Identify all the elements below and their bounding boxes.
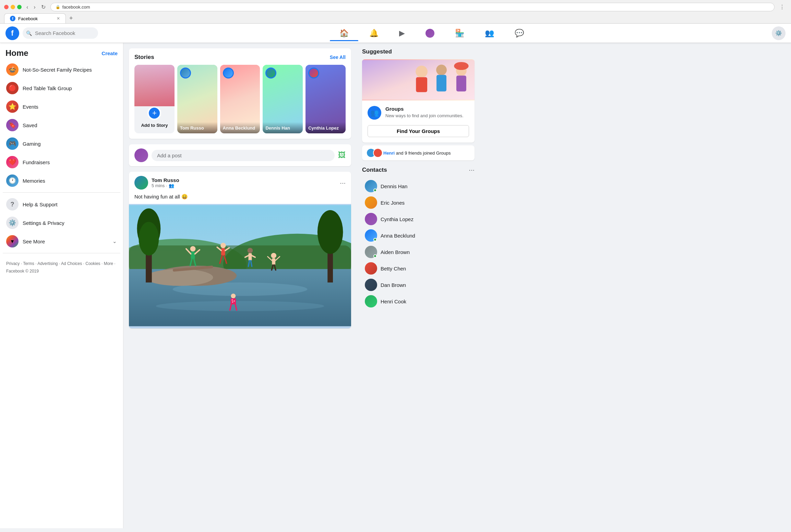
right-panel: Suggested [357, 43, 480, 528]
maximize-window-button[interactable] [17, 5, 22, 9]
sidebar-item-settings[interactable]: ⚙️ Settings & Privacy [3, 214, 120, 232]
saved-label: Saved [23, 122, 37, 128]
red-table-talk-label: Red Table Talk Group [23, 85, 72, 91]
find-groups-button[interactable]: Find Your Groups [368, 125, 469, 137]
close-window-button[interactable] [4, 5, 9, 9]
footer-cookies[interactable]: Cookies [85, 261, 100, 266]
post-username[interactable]: Tom Russo [152, 177, 336, 183]
footer-privacy[interactable]: Privacy [6, 261, 20, 266]
groups-banner-svg [362, 59, 475, 100]
svg-point-21 [220, 243, 226, 248]
post-text: Not having fun at all 😄 [129, 192, 351, 204]
svg-rect-50 [436, 75, 446, 92]
story-card-dennis[interactable]: Dennis Han [263, 65, 303, 133]
stories-title: Stories [134, 54, 154, 61]
add-post-input[interactable]: Add a post [152, 150, 335, 161]
messenger-nav-button[interactable]: 💬 [505, 26, 534, 40]
story-avatar-cynthia [308, 68, 319, 78]
main-layout: Home Create 🍲 Not-So-Secret Family Recip… [0, 43, 791, 528]
sidebar-item-red-table-talk[interactable]: 🔴 Red Table Talk Group [3, 79, 120, 97]
sidebar-item-gaming[interactable]: 🎮 Gaming [3, 135, 120, 153]
browser-chrome: ‹ › ↻ 🔒 facebook.com ⋮ f Facebook ✕ + [0, 0, 791, 24]
add-story-card[interactable]: + Add to Story [134, 65, 175, 133]
sidebar-item-fundraisers[interactable]: ❤️ Fundraisers [3, 153, 120, 171]
groups-card-image [362, 59, 475, 100]
groups-text: Groups New ways to find and join communi… [385, 106, 464, 118]
post-user-avatar[interactable] [134, 176, 148, 190]
contact-item-aiden[interactable]: Aiden Brown [362, 244, 475, 260]
browser-menu-button[interactable]: ⋮ [777, 3, 787, 11]
story-name-cynthia: Cynthia Lopez [308, 125, 339, 131]
settings-nav-button[interactable]: ⚙️ [772, 26, 786, 40]
sidebar-item-help[interactable]: ? Help & Support [3, 195, 120, 213]
sidebar-divider [3, 192, 120, 193]
back-button[interactable]: ‹ [24, 3, 30, 11]
contacts-section: Contacts ··· Dennis Han Eric Jones Cynth… [362, 166, 475, 310]
svg-point-6 [156, 301, 324, 311]
story-name-tom: Tom Russo [180, 125, 204, 131]
svg-point-33 [271, 253, 276, 258]
family-recipes-label: Not-So-Secret Family Recipes [23, 67, 92, 73]
svg-point-15 [190, 246, 196, 252]
contact-avatar-eric [365, 196, 377, 209]
add-photo-button[interactable]: 🖼 [338, 151, 346, 160]
see-all-stories-button[interactable]: See All [330, 55, 346, 60]
active-tab[interactable]: f Facebook ✕ [4, 13, 66, 23]
footer-adchoices[interactable]: Ad Choices [61, 261, 82, 266]
svg-rect-22 [221, 248, 225, 256]
tab-close-button[interactable]: ✕ [57, 16, 60, 21]
story-card-tom[interactable]: Tom Russo [177, 65, 217, 133]
post-more-button[interactable]: ··· [340, 179, 346, 187]
footer-terms[interactable]: Terms [23, 261, 34, 266]
add-story-plus-icon: + [147, 106, 161, 120]
gaming-label: Gaming [23, 141, 41, 147]
contact-item-betty[interactable]: Betty Chen [362, 260, 475, 277]
sidebar-item-family-recipes[interactable]: 🍲 Not-So-Secret Family Recipes [3, 61, 120, 78]
saved-icon: 🔖 [6, 119, 19, 131]
sidebar-item-events[interactable]: ⭐ Events [3, 98, 120, 116]
search-input[interactable] [23, 27, 98, 39]
svg-point-49 [436, 65, 447, 75]
svg-rect-40 [231, 298, 236, 304]
post-image [129, 204, 351, 328]
watch-nav-button[interactable]: ▶ [389, 26, 415, 40]
svg-point-52 [454, 62, 468, 70]
svg-rect-34 [272, 258, 275, 265]
contacts-more-button[interactable]: ··· [469, 166, 475, 174]
home-nav-button[interactable]: 🏠 [330, 26, 358, 40]
contact-item-henri[interactable]: Henri Cook [362, 293, 475, 310]
sidebar-item-saved[interactable]: 🔖 Saved [3, 116, 120, 134]
contact-item-dennis[interactable]: Dennis Han [362, 178, 475, 194]
contact-item-anna[interactable]: Anna Becklund [362, 227, 475, 244]
story-card-anna[interactable]: Anna Becklund [220, 65, 260, 133]
address-bar[interactable]: 🔒 facebook.com [50, 3, 775, 11]
sidebar-item-memories[interactable]: 🕐 Memories [3, 172, 120, 190]
svg-point-13 [317, 210, 343, 254]
refresh-button[interactable]: ↻ [39, 3, 48, 11]
svg-point-11 [139, 222, 159, 255]
contact-avatar-anna [365, 229, 377, 242]
tab-title: Facebook [18, 16, 38, 21]
forward-button[interactable]: › [32, 3, 37, 11]
contact-item-cynthia[interactable]: Cynthia Lopez [362, 211, 475, 227]
contact-name-dan: Dan Brown [381, 282, 406, 288]
friends-joined-name[interactable]: Henri [383, 150, 395, 156]
red-table-talk-icon: 🔴 [6, 82, 19, 94]
facebook-logo[interactable]: f [5, 26, 19, 40]
minimize-window-button[interactable] [11, 5, 15, 9]
new-tab-button[interactable]: + [67, 13, 76, 23]
post-user-info: Tom Russo 5 mins · 👥 [152, 177, 336, 188]
story-card-cynthia[interactable]: Cynthia Lopez [305, 65, 346, 133]
suggested-title: Suggested [362, 48, 475, 55]
create-button[interactable]: Create [101, 50, 118, 56]
sidebar-item-see-more[interactable]: ▼ See More ⌄ [3, 232, 120, 250]
footer-more[interactable]: More [104, 261, 113, 266]
contact-item-dan[interactable]: Dan Brown [362, 277, 475, 293]
contact-item-eric[interactable]: Eric Jones [362, 194, 475, 211]
groups-nav-button[interactable]: 👥 [475, 26, 504, 40]
footer-advertising[interactable]: Advertising [37, 261, 58, 266]
notifications-nav-button[interactable]: 🔔 [360, 26, 388, 40]
marketplace-nav-button[interactable]: 🏪 [445, 26, 474, 40]
profile-nav-button[interactable] [416, 26, 444, 40]
svg-point-41 [231, 299, 233, 301]
